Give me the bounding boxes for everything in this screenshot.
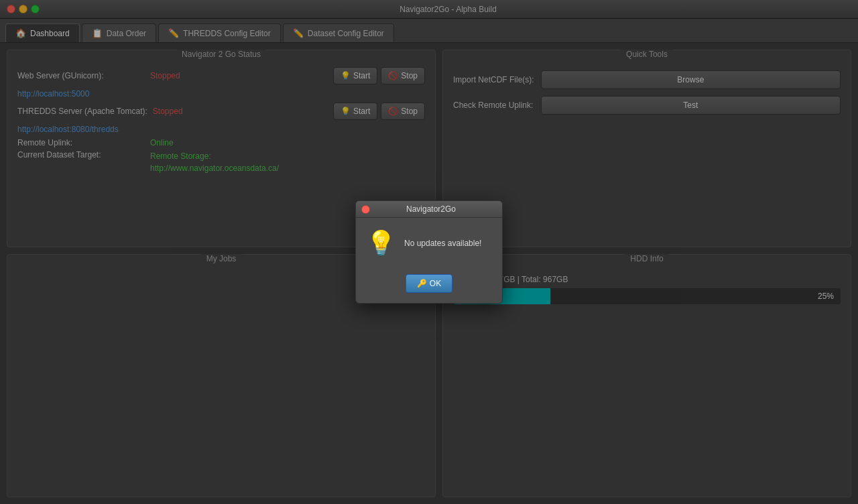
modal-message: No updates available! — [404, 239, 481, 248]
modal-close-button[interactable] — [361, 205, 370, 214]
modal-title-bar: Navigator2Go — [356, 201, 502, 218]
modal-body: 💡 No updates available! — [356, 218, 502, 269]
ok-icon: 🔑 — [417, 279, 427, 288]
modal-ok-button[interactable]: 🔑 OK — [406, 274, 452, 293]
modal-footer: 🔑 OK — [356, 269, 502, 303]
modal-overlay: Navigator2Go 💡 No updates available! 🔑 O… — [0, 0, 858, 504]
modal-dialog: Navigator2Go 💡 No updates available! 🔑 O… — [355, 200, 503, 304]
modal-title: Navigator2Go — [374, 204, 488, 214]
ok-label: OK — [430, 279, 441, 288]
modal-icon: 💡 — [366, 231, 396, 255]
